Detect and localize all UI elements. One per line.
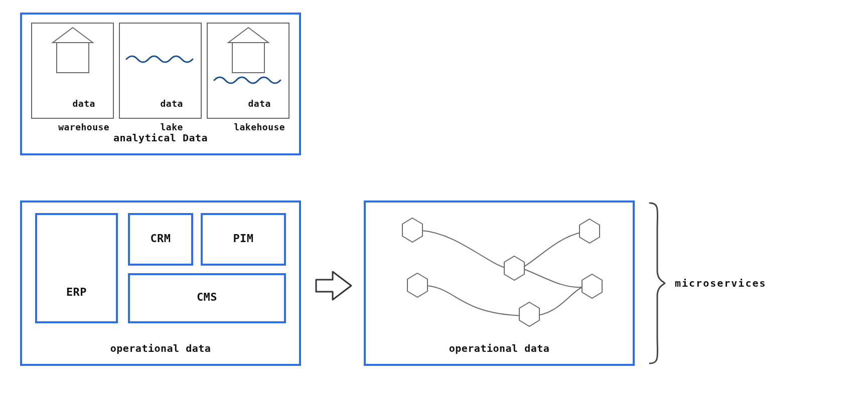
wave-icon <box>214 75 282 85</box>
arrow-right-icon <box>314 266 354 306</box>
microservices-label: microservices <box>675 277 785 289</box>
svg-marker-2 <box>228 28 268 43</box>
wave-icon <box>126 54 194 64</box>
analytical-title: analytical Data <box>20 132 301 144</box>
microservices-graph-icon <box>371 208 627 338</box>
operational-left-title: operational data <box>20 342 301 354</box>
diagram-canvas: data warehouse data lake data lakehouse … <box>0 0 868 408</box>
house-icon <box>223 28 273 78</box>
svg-marker-9 <box>582 274 602 298</box>
crm-label: CRM <box>128 232 193 245</box>
svg-marker-6 <box>504 256 524 280</box>
svg-marker-8 <box>580 219 600 243</box>
svg-marker-4 <box>402 218 422 242</box>
svg-rect-1 <box>57 43 89 73</box>
cms-label: CMS <box>128 291 286 303</box>
erp-box <box>35 213 118 323</box>
svg-marker-5 <box>407 273 427 297</box>
erp-label: ERP <box>35 286 118 298</box>
svg-rect-3 <box>232 43 264 73</box>
svg-marker-0 <box>53 28 93 43</box>
brace-icon <box>647 200 667 366</box>
house-icon <box>48 28 98 78</box>
operational-right-title: operational data <box>364 342 635 354</box>
pim-label: PIM <box>201 232 286 245</box>
svg-marker-7 <box>519 302 539 326</box>
